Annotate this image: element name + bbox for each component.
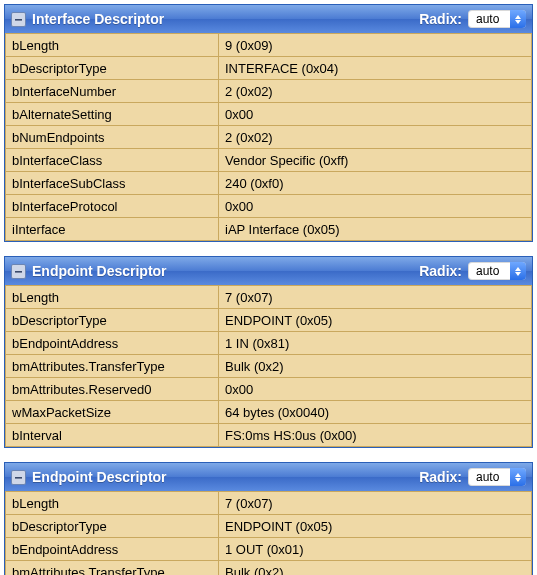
field-value: ENDPOINT (0x05): [219, 515, 532, 538]
panel-header: Interface DescriptorRadix:auto: [5, 5, 532, 33]
table-row[interactable]: bLength9 (0x09): [6, 34, 532, 57]
field-value: 1 IN (0x81): [219, 332, 532, 355]
field-name: bmAttributes.Reserved0: [6, 378, 219, 401]
dropdown-arrows-icon: [510, 468, 526, 486]
panel-title: Endpoint Descriptor: [32, 469, 419, 485]
field-value: 9 (0x09): [219, 34, 532, 57]
field-name: bmAttributes.TransferType: [6, 561, 219, 576]
radix-label: Radix:: [419, 11, 462, 27]
svg-marker-5: [515, 272, 521, 276]
field-value: 2 (0x02): [219, 80, 532, 103]
svg-marker-2: [515, 20, 521, 24]
field-name: wMaxPacketSize: [6, 401, 219, 424]
field-value: Bulk (0x2): [219, 561, 532, 576]
panel-header: Endpoint DescriptorRadix:auto: [5, 257, 532, 285]
dropdown-arrows-icon: [510, 262, 526, 280]
field-value: 7 (0x07): [219, 286, 532, 309]
field-name: bNumEndpoints: [6, 126, 219, 149]
field-value: 0x00: [219, 103, 532, 126]
table-row[interactable]: bDescriptorTypeENDPOINT (0x05): [6, 309, 532, 332]
table-row[interactable]: bInterfaceClassVendor Specific (0xff): [6, 149, 532, 172]
table-row[interactable]: bDescriptorTypeINTERFACE (0x04): [6, 57, 532, 80]
disclosure-toggle[interactable]: [11, 264, 26, 279]
panel-title: Interface Descriptor: [32, 11, 419, 27]
field-name: bEndpointAddress: [6, 332, 219, 355]
field-value: 2 (0x02): [219, 126, 532, 149]
disclosure-toggle[interactable]: [11, 12, 26, 27]
field-name: bLength: [6, 492, 219, 515]
svg-rect-0: [15, 19, 22, 21]
radix-label: Radix:: [419, 469, 462, 485]
field-value: Bulk (0x2): [219, 355, 532, 378]
radix-label: Radix:: [419, 263, 462, 279]
field-name: bmAttributes.TransferType: [6, 355, 219, 378]
field-name: bDescriptorType: [6, 309, 219, 332]
table-row[interactable]: bmAttributes.TransferTypeBulk (0x2): [6, 355, 532, 378]
svg-marker-1: [515, 15, 521, 19]
field-name: bEndpointAddress: [6, 538, 219, 561]
field-name: bInterfaceNumber: [6, 80, 219, 103]
field-value: INTERFACE (0x04): [219, 57, 532, 80]
svg-marker-8: [515, 478, 521, 482]
panel-header: Endpoint DescriptorRadix:auto: [5, 463, 532, 491]
table-row[interactable]: bmAttributes.TransferTypeBulk (0x2): [6, 561, 532, 576]
field-name: bDescriptorType: [6, 515, 219, 538]
table-row[interactable]: bDescriptorTypeENDPOINT (0x05): [6, 515, 532, 538]
table-row[interactable]: bNumEndpoints2 (0x02): [6, 126, 532, 149]
fields-table: bLength7 (0x07)bDescriptorTypeENDPOINT (…: [5, 285, 532, 447]
field-value: 0x00: [219, 378, 532, 401]
field-name: iInterface: [6, 218, 219, 241]
descriptor-panel: Endpoint DescriptorRadix:autobLength7 (0…: [4, 256, 533, 448]
table-row[interactable]: bInterfaceSubClass240 (0xf0): [6, 172, 532, 195]
field-name: bInterfaceSubClass: [6, 172, 219, 195]
field-value: ENDPOINT (0x05): [219, 309, 532, 332]
field-name: bAlternateSetting: [6, 103, 219, 126]
field-value: 64 bytes (0x0040): [219, 401, 532, 424]
table-row[interactable]: bEndpointAddress1 OUT (0x01): [6, 538, 532, 561]
field-name: bDescriptorType: [6, 57, 219, 80]
field-name: bInterfaceProtocol: [6, 195, 219, 218]
radix-value: auto: [468, 264, 510, 278]
panel-title: Endpoint Descriptor: [32, 263, 419, 279]
radix-select[interactable]: auto: [468, 262, 526, 280]
field-name: bInterval: [6, 424, 219, 447]
field-name: bLength: [6, 34, 219, 57]
field-value: 7 (0x07): [219, 492, 532, 515]
descriptor-panel: Endpoint DescriptorRadix:autobLength7 (0…: [4, 462, 533, 575]
table-row[interactable]: wMaxPacketSize64 bytes (0x0040): [6, 401, 532, 424]
fields-table: bLength9 (0x09)bDescriptorTypeINTERFACE …: [5, 33, 532, 241]
field-value: 1 OUT (0x01): [219, 538, 532, 561]
table-row[interactable]: bmAttributes.Reserved00x00: [6, 378, 532, 401]
table-row[interactable]: bLength7 (0x07): [6, 286, 532, 309]
table-row[interactable]: bLength7 (0x07): [6, 492, 532, 515]
disclosure-toggle[interactable]: [11, 470, 26, 485]
svg-marker-7: [515, 473, 521, 477]
field-name: bLength: [6, 286, 219, 309]
field-value: 0x00: [219, 195, 532, 218]
svg-rect-3: [15, 271, 22, 273]
radix-value: auto: [468, 470, 510, 484]
fields-table: bLength7 (0x07)bDescriptorTypeENDPOINT (…: [5, 491, 532, 575]
radix-select[interactable]: auto: [468, 10, 526, 28]
table-row[interactable]: bAlternateSetting0x00: [6, 103, 532, 126]
table-row[interactable]: bEndpointAddress1 IN (0x81): [6, 332, 532, 355]
radix-value: auto: [468, 12, 510, 26]
descriptor-panel: Interface DescriptorRadix:autobLength9 (…: [4, 4, 533, 242]
svg-marker-4: [515, 267, 521, 271]
table-row[interactable]: bInterfaceProtocol0x00: [6, 195, 532, 218]
table-row[interactable]: iInterfaceiAP Interface (0x05): [6, 218, 532, 241]
radix-select[interactable]: auto: [468, 468, 526, 486]
field-name: bInterfaceClass: [6, 149, 219, 172]
field-value: 240 (0xf0): [219, 172, 532, 195]
table-row[interactable]: bInterfaceNumber2 (0x02): [6, 80, 532, 103]
svg-rect-6: [15, 477, 22, 479]
field-value: FS:0ms HS:0us (0x00): [219, 424, 532, 447]
table-row[interactable]: bIntervalFS:0ms HS:0us (0x00): [6, 424, 532, 447]
field-value: iAP Interface (0x05): [219, 218, 532, 241]
field-value: Vendor Specific (0xff): [219, 149, 532, 172]
dropdown-arrows-icon: [510, 10, 526, 28]
